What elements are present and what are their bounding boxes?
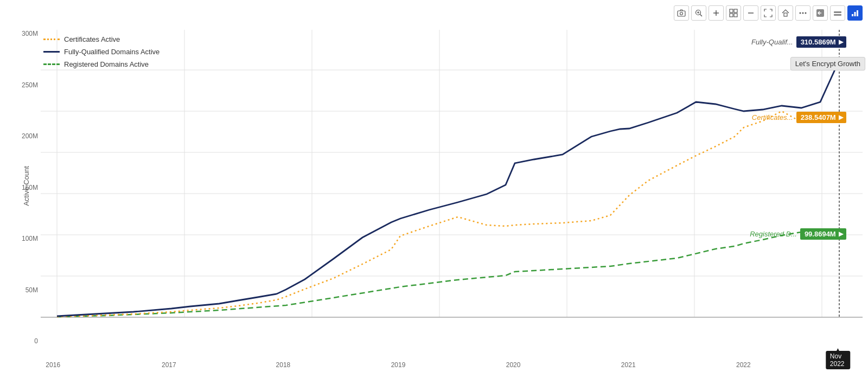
home-button[interactable] (778, 5, 793, 21)
minus-button[interactable] (743, 5, 758, 21)
bar-chart-button[interactable] (847, 5, 863, 21)
fqdn-series-label: Fully-Qualif... (751, 38, 793, 46)
svg-rect-19 (834, 11, 841, 13)
legend-line-certificates (43, 39, 60, 40)
svg-rect-21 (852, 14, 853, 16)
svg-rect-22 (854, 12, 856, 16)
y-tick-150m: 150M (11, 184, 38, 191)
zoom-button[interactable] (691, 5, 706, 21)
svg-rect-9 (734, 9, 737, 12)
x-tick-2017: 2017 (162, 361, 176, 369)
y-tick-100m: 100M (11, 235, 38, 242)
title-tooltip: Let's Encrypt Growth (790, 57, 865, 70)
fullscreen-button[interactable] (761, 5, 776, 21)
add-button[interactable] (709, 5, 724, 21)
x-tick-2018: 2018 (276, 361, 291, 369)
date-marker-container: ▲ Nov 2022 (826, 351, 850, 369)
legend-item-certificates: Certificates Active (43, 35, 159, 43)
svg-rect-10 (730, 14, 733, 17)
legend: Certificates Active Fully-Qualified Doma… (43, 35, 159, 73)
x-tick-2020: 2020 (506, 361, 521, 369)
date-marker-arrow: ▲ (835, 347, 841, 352)
svg-point-16 (805, 12, 807, 14)
registered-series-label: Registered D... (750, 230, 797, 238)
svg-rect-0 (678, 11, 685, 16)
svg-point-15 (802, 12, 804, 14)
legend-label-registered: Registered Domains Active (64, 60, 149, 68)
camera-button[interactable] (674, 5, 689, 21)
registered-domains-line (57, 232, 839, 317)
certificates-line (57, 111, 839, 317)
x-tick-2019: 2019 (391, 361, 406, 369)
legend-label-fqdn: Fully-Qualified Domains Active (64, 48, 159, 56)
legend-line-fqdn (43, 51, 60, 53)
svg-rect-23 (857, 10, 858, 16)
svg-point-1 (680, 12, 683, 15)
chart-area: 0 50M 100M 150M 200M 250M 300M 2016 2017… (41, 30, 863, 345)
certificates-value-label: Certificates... 238.5407M ▶ (752, 112, 846, 123)
registered-value-label: Registered D... 99.8694M ▶ (750, 228, 846, 240)
y-tick-250m: 250M (11, 81, 38, 89)
y-tick-50m: 50M (11, 286, 38, 294)
fqdn-line (57, 60, 839, 316)
date-marker: ▲ Nov 2022 (826, 351, 850, 369)
certificates-series-label: Certificates... (752, 113, 793, 121)
x-tick-2021: 2021 (621, 361, 636, 369)
legend-line-registered (43, 63, 60, 65)
y-tick-200m: 200M (11, 132, 38, 140)
svg-line-3 (700, 15, 703, 17)
chart-svg (41, 30, 863, 345)
options-button[interactable] (795, 5, 810, 21)
crosshair-button[interactable] (726, 5, 741, 21)
y-tick-300m: 300M (11, 30, 38, 37)
svg-rect-20 (834, 14, 841, 16)
fqdn-value-badge: 310.5869M ▶ (796, 36, 846, 48)
svg-rect-13 (784, 13, 787, 16)
chart-container: Certificates Active Fully-Qualified Doma… (0, 0, 868, 372)
legend-item-fqdn: Fully-Qualified Domains Active (43, 48, 159, 56)
legend-label-certificates: Certificates Active (64, 35, 120, 43)
legend-item-registered: Registered Domains Active (43, 60, 159, 68)
certificates-value-badge: 238.5407M ▶ (796, 112, 846, 123)
registered-value-badge: 99.8694M ▶ (800, 228, 846, 240)
y-tick-0: 0 (11, 337, 38, 345)
fqdn-value-label: Fully-Qualif... 310.5869M ▶ (751, 36, 846, 48)
y-axis-ticks: 0 50M 100M 150M 200M 250M 300M (11, 30, 38, 345)
x-tick-2016: 2016 (46, 361, 60, 369)
compare-button[interactable] (830, 5, 845, 21)
svg-rect-8 (730, 9, 733, 12)
left-arrow-button[interactable] (813, 5, 828, 21)
svg-point-14 (800, 12, 801, 14)
x-tick-2022: 2022 (736, 361, 751, 369)
svg-rect-11 (734, 14, 737, 17)
toolbar (674, 5, 863, 21)
